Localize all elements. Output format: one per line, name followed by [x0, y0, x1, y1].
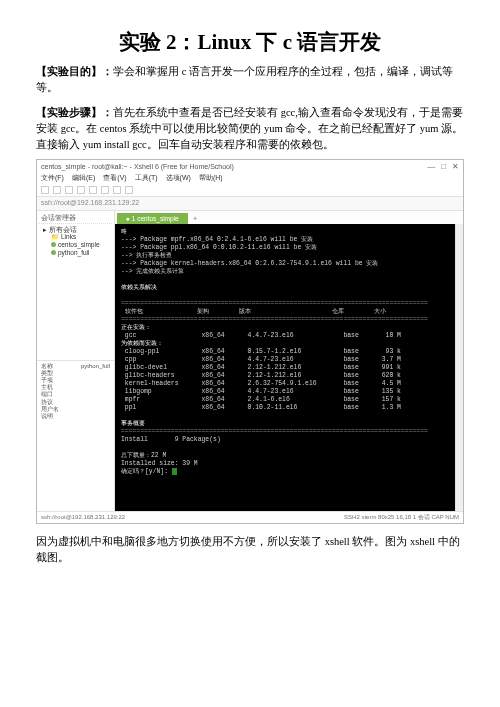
sidebar: 会话管理器 ▸ 所有会话 📁 Links centos_simple pytho… [37, 211, 115, 511]
content-area: ● 1 centos_simple + 略 ---> Package mpfr.… [115, 211, 463, 511]
titlebar: centos_simple - root@kali:~ - Xshell 6 (… [37, 160, 463, 174]
maximize-icon[interactable]: □ [441, 162, 446, 172]
toolbar [37, 184, 463, 197]
toolbar-icon[interactable] [113, 186, 121, 194]
window-title: centos_simple - root@kali:~ - Xshell 6 (… [41, 163, 234, 171]
toolbar-icon[interactable] [89, 186, 97, 194]
status-bar: ssh://root@192.168.231.129:22 SSH2 xterm… [37, 511, 463, 523]
toolbar-icon[interactable] [41, 186, 49, 194]
status-dot-icon [51, 250, 56, 255]
menu-options[interactable]: 选项(W) [166, 174, 191, 182]
tree-item-centos[interactable]: centos_simple [39, 241, 112, 249]
doc-title: 实验 2：Linux 下 c 语言开发 [36, 28, 464, 56]
toolbar-icon[interactable] [53, 186, 61, 194]
menu-tools[interactable]: 工具(T) [135, 174, 158, 182]
menu-view[interactable]: 查看(V) [103, 174, 126, 182]
menu-help[interactable]: 帮助(H) [199, 174, 223, 182]
steps-label: 【实验步骤】： [36, 107, 113, 118]
tab-add-button[interactable]: + [190, 213, 201, 225]
tree-item-python[interactable]: python_full [39, 249, 112, 257]
objective-label: 【实验目的】： [36, 66, 113, 77]
tab-bar: ● 1 centos_simple + [115, 211, 463, 225]
steps-paragraph: 【实验步骤】：首先在系统中查看是否已经安装有 gcc,输入查看命令发现没有，于是… [36, 105, 464, 154]
tab-session-1[interactable]: ● 1 centos_simple [117, 213, 188, 225]
properties-panel: 名称python_full 类型 子项 主机 端口 协议 用户名 说明 [37, 361, 114, 511]
toolbar-icon[interactable] [65, 186, 73, 194]
menu-edit[interactable]: 编辑(E) [72, 174, 95, 182]
scrollbar[interactable] [455, 224, 463, 510]
status-right: SSH2 xterm 80x25 16,18 1 会话 CAP NUM [344, 514, 459, 521]
xshell-window: centos_simple - root@kali:~ - Xshell 6 (… [36, 159, 464, 524]
toolbar-icon[interactable] [101, 186, 109, 194]
status-dot-icon [51, 242, 56, 247]
menu-file[interactable]: 文件(F) [41, 174, 64, 182]
objective-paragraph: 【实验目的】：学会和掌握用 c 语言开发一个应用程序的全过程，包括，编译，调试等… [36, 64, 464, 97]
minimize-icon[interactable]: — [427, 162, 435, 172]
tree-item-links[interactable]: 📁 Links [39, 233, 112, 241]
terminal-cursor [172, 468, 177, 475]
terminal[interactable]: 略 ---> Package mpfr.x86_64 0:2.4.1-6.el6… [115, 224, 455, 510]
menubar: 文件(F) 编辑(E) 查看(V) 工具(T) 选项(W) 帮助(H) [37, 174, 463, 184]
toolbar-icon[interactable] [77, 186, 85, 194]
footer-paragraph: 因为虚拟机中和电脑很多地方切换使用不方便，所以安装了 xshell 软件。图为 … [36, 534, 464, 567]
close-icon[interactable]: ✕ [452, 162, 459, 172]
tree-root[interactable]: ▸ 所有会话 [39, 226, 112, 234]
status-left: ssh://root@192.168.231.129:22 [41, 514, 125, 521]
toolbar-icon[interactable] [125, 186, 133, 194]
address-bar[interactable]: ssh://root@192.168.231.129:22 [37, 197, 463, 210]
sidebar-header: 会话管理器 [39, 213, 112, 224]
